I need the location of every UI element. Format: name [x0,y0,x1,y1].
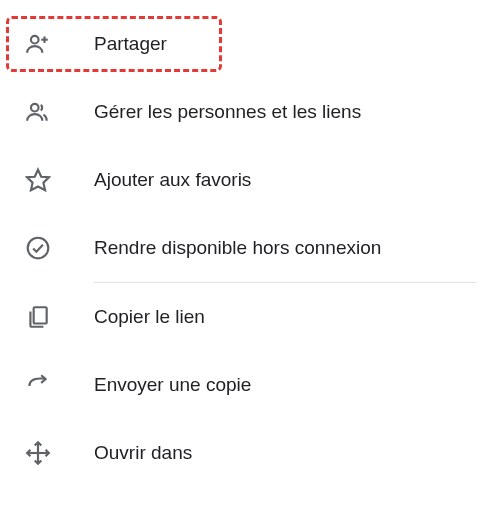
menu-item-label: Ajouter aux favoris [94,169,251,191]
menu-item-manage-people[interactable]: Gérer les personnes et les liens [0,78,500,146]
svg-point-5 [28,238,49,259]
context-menu: Partager Gérer les personnes et les lien… [0,0,500,497]
menu-item-share[interactable]: Partager [0,10,500,78]
menu-item-offline[interactable]: Rendre disponible hors connexion [0,214,500,282]
svg-point-3 [31,104,39,112]
menu-item-label: Partager [94,33,167,55]
menu-item-label: Envoyer une copie [94,374,251,396]
menu-item-label: Gérer les personnes et les liens [94,101,361,123]
move-arrows-icon [24,439,52,467]
people-icon [24,98,52,126]
menu-item-label: Copier le lien [94,306,205,328]
svg-rect-6 [34,307,47,323]
star-icon [24,166,52,194]
person-add-icon [24,30,52,58]
menu-item-send-copy[interactable]: Envoyer une copie [0,351,500,419]
menu-item-add-favorites[interactable]: Ajouter aux favoris [0,146,500,214]
svg-marker-4 [27,170,49,191]
menu-item-label: Rendre disponible hors connexion [94,237,381,259]
copy-icon [24,303,52,331]
offline-check-icon [24,234,52,262]
send-arrow-icon [24,371,52,399]
menu-item-open-in[interactable]: Ouvrir dans [0,419,500,487]
svg-point-0 [31,36,39,44]
menu-item-label: Ouvrir dans [94,442,192,464]
menu-item-copy-link[interactable]: Copier le lien [0,283,500,351]
